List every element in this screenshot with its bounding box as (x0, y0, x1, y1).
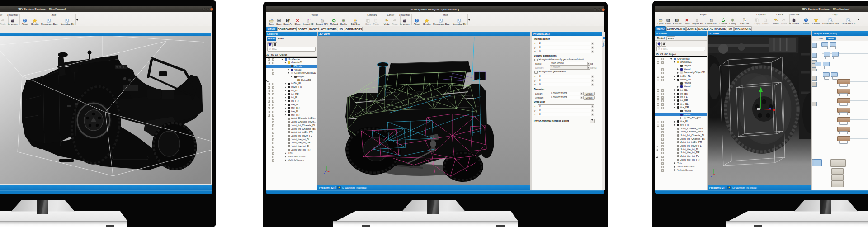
svg-text:?: ? (805, 19, 807, 22)
svg-text:?: ? (416, 19, 418, 22)
svg-text:?: ? (24, 19, 26, 22)
